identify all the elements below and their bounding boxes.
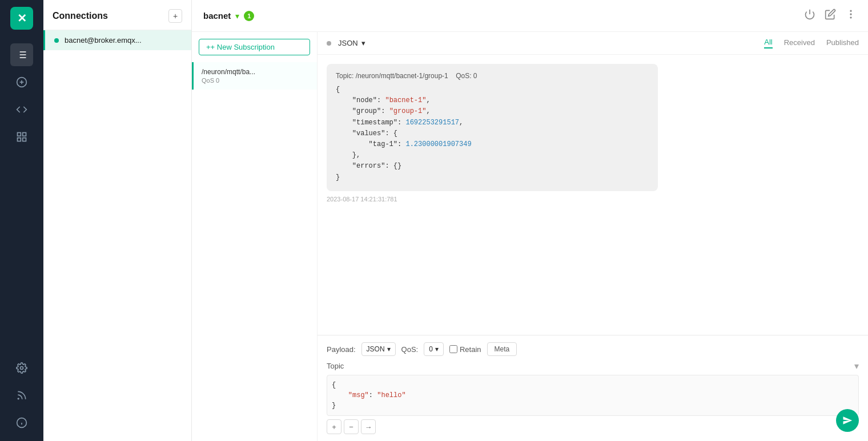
chevron-down-icon: ▾: [435, 345, 439, 353]
active-connection-name: bacnet: [203, 11, 231, 21]
sidebar-item-settings[interactable]: [10, 357, 33, 379]
sidebar-item-add[interactable]: [10, 71, 33, 94]
connection-item[interactable]: bacnet@broker.emqx...: [43, 30, 191, 50]
svg-rect-5: [18, 138, 21, 141]
message-card-body: { "node": "bacnet-1", "group": "group-1"…: [336, 84, 649, 183]
sidebar-item-rss[interactable]: [10, 384, 33, 407]
unread-badge: 1: [244, 11, 254, 21]
svg-rect-3: [18, 133, 21, 136]
payload-label: Payload:: [327, 345, 356, 354]
sidebar: ✕: [0, 0, 43, 441]
connections-title: Connections: [53, 11, 108, 21]
payload-forward-button[interactable]: →: [361, 419, 376, 434]
payload-expand-button[interactable]: +: [327, 419, 341, 434]
app-logo: ✕: [10, 7, 33, 30]
sidebar-item-connections[interactable]: [10, 43, 33, 66]
retain-checkbox[interactable]: Retain: [449, 345, 481, 354]
qos-label: QoS:: [401, 345, 419, 354]
format-status-dot: [327, 41, 331, 46]
retain-input[interactable]: [449, 345, 457, 353]
sidebar-item-data[interactable]: [10, 126, 33, 148]
chevron-down-icon[interactable]: ▾: [854, 361, 859, 371]
topic-label: Topic: [327, 362, 355, 370]
payload-collapse-button[interactable]: −: [344, 419, 359, 434]
message-filter-tabs: All Received Published: [764, 38, 859, 48]
new-subscription-button[interactable]: + + New Subscription: [199, 39, 310, 55]
svg-rect-6: [23, 138, 26, 141]
chevron-down-icon: ▾: [361, 39, 365, 47]
payload-format-selector[interactable]: JSON ▾: [361, 342, 396, 356]
send-button[interactable]: [836, 409, 859, 432]
svg-point-7: [21, 367, 23, 370]
topic-input[interactable]: [355, 362, 854, 370]
edit-icon[interactable]: [825, 9, 836, 23]
svg-point-13: [850, 10, 851, 11]
connection-name: bacnet@broker.emqx...: [65, 36, 142, 44]
payload-editor[interactable]: { "msg": "hello" }: [327, 375, 859, 416]
topic-row: Topic ▾: [327, 361, 859, 371]
chevron-down-icon: ▾: [387, 345, 391, 353]
svg-point-8: [18, 398, 19, 399]
subscription-item[interactable]: /neuron/mqtt/ba... QoS 0: [192, 62, 317, 90]
payload-side-buttons: + − →: [327, 419, 376, 434]
payload-actions: + − →: [327, 419, 859, 434]
message-card: Topic: /neuron/mqtt/bacnet-1/group-1 QoS…: [327, 64, 658, 191]
messages-list: Topic: /neuron/mqtt/bacnet-1/group-1 QoS…: [318, 55, 868, 335]
message-timestamp: 2023-08-17 14:21:31:781: [327, 196, 859, 203]
sidebar-item-code[interactable]: [10, 98, 33, 121]
message-card-header: Topic: /neuron/mqtt/bacnet-1/group-1 QoS…: [336, 72, 649, 80]
subscription-topic: /neuron/mqtt/ba...: [202, 68, 309, 76]
svg-point-14: [850, 14, 851, 15]
sidebar-item-info[interactable]: [10, 411, 33, 434]
publish-area: Payload: JSON ▾ QoS: 0 ▾ Retain Meta: [318, 335, 868, 441]
message-toolbar: JSON ▾ All Received Published: [318, 32, 868, 55]
connections-panel: Connections + bacnet@broker.emqx...: [43, 0, 192, 441]
top-bar: bacnet ▾ 1: [192, 0, 868, 32]
subscriptions-area: + + New Subscription /neuron/mqtt/ba... …: [192, 32, 868, 441]
add-connection-button[interactable]: +: [168, 9, 182, 23]
svg-rect-4: [23, 133, 26, 136]
top-bar-actions: [804, 9, 857, 23]
subscriptions-panel: + + New Subscription /neuron/mqtt/ba... …: [192, 32, 318, 441]
filter-tab-all[interactable]: All: [764, 38, 772, 48]
message-area: JSON ▾ All Received Published Topic: /ne…: [318, 32, 868, 441]
connection-status-dot: [54, 38, 59, 43]
plus-icon: +: [206, 43, 211, 51]
filter-tab-received[interactable]: Received: [784, 38, 815, 48]
svg-point-15: [850, 17, 851, 18]
more-icon[interactable]: [845, 9, 857, 23]
meta-button[interactable]: Meta: [487, 342, 517, 356]
filter-tab-published[interactable]: Published: [826, 38, 859, 48]
subscription-qos: QoS 0: [202, 77, 309, 84]
main-content: bacnet ▾ 1 + + New Subscription /neuron/…: [192, 0, 868, 441]
qos-selector[interactable]: 0 ▾: [424, 342, 444, 356]
chevron-down-icon[interactable]: ▾: [235, 11, 239, 21]
publish-controls: Payload: JSON ▾ QoS: 0 ▾ Retain Meta: [327, 342, 859, 356]
connections-header: Connections +: [43, 0, 191, 30]
power-icon[interactable]: [804, 9, 815, 23]
payload-text: { "msg": "hello" }: [332, 380, 854, 411]
format-selector[interactable]: JSON ▾: [338, 39, 365, 47]
